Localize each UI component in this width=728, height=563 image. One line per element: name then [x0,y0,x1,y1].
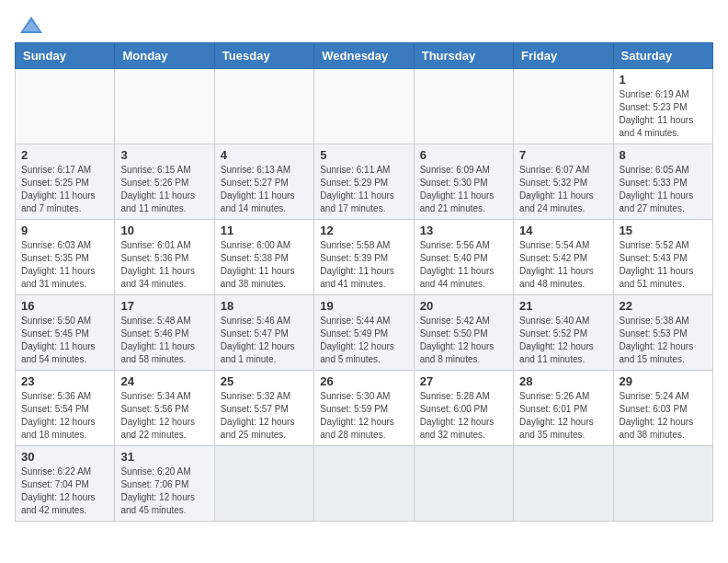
day-number: 22 [620,299,707,313]
calendar-table: SundayMondayTuesdayWednesdayThursdayFrid… [15,42,713,522]
day-info: Sunrise: 6:11 AM Sunset: 5:29 PM Dayligh… [320,164,407,215]
calendar-day-cell: 23Sunrise: 5:36 AM Sunset: 5:54 PM Dayli… [16,371,115,446]
calendar-day-cell: 15Sunrise: 5:52 AM Sunset: 5:43 PM Dayli… [613,220,712,295]
calendar-day-cell: 5Sunrise: 6:11 AM Sunset: 5:29 PM Daylig… [314,144,414,220]
calendar-day-cell: 24Sunrise: 5:34 AM Sunset: 5:56 PM Dayli… [115,371,214,446]
calendar-day-cell [214,69,313,144]
day-number: 1 [620,73,707,86]
day-info: Sunrise: 5:48 AM Sunset: 5:46 PM Dayligh… [120,315,208,366]
day-info: Sunrise: 6:00 AM Sunset: 5:38 PM Dayligh… [221,239,308,291]
calendar-header-row: SundayMondayTuesdayWednesdayThursdayFrid… [16,43,713,69]
logo [15,15,44,35]
day-info: Sunrise: 6:01 AM Sunset: 5:36 PM Dayligh… [120,239,208,291]
calendar-week-row: 30Sunrise: 6:22 AM Sunset: 7:04 PM Dayli… [16,446,713,522]
weekday-header: Sunday [16,43,115,69]
day-info: Sunrise: 5:54 AM Sunset: 5:42 PM Dayligh… [519,239,607,291]
day-info: Sunrise: 6:17 AM Sunset: 5:25 PM Dayligh… [21,164,108,215]
day-number: 29 [620,374,707,388]
calendar-day-cell: 11Sunrise: 6:00 AM Sunset: 5:38 PM Dayli… [214,220,313,295]
day-number: 25 [221,374,308,388]
day-number: 17 [120,299,208,313]
day-info: Sunrise: 5:46 AM Sunset: 5:47 PM Dayligh… [221,315,308,366]
day-info: Sunrise: 6:22 AM Sunset: 7:04 PM Dayligh… [21,465,108,517]
calendar-day-cell [414,446,513,522]
calendar-day-cell [16,69,115,144]
calendar-day-cell: 20Sunrise: 5:42 AM Sunset: 5:50 PM Dayli… [414,295,513,371]
day-info: Sunrise: 5:50 AM Sunset: 5:45 PM Dayligh… [21,315,108,366]
weekday-header: Tuesday [214,43,313,69]
day-number: 24 [120,374,208,388]
calendar-day-cell [115,69,214,144]
day-info: Sunrise: 5:32 AM Sunset: 5:57 PM Dayligh… [221,390,308,442]
weekday-header: Saturday [613,43,712,69]
calendar-day-cell: 4Sunrise: 6:13 AM Sunset: 5:27 PM Daylig… [214,144,313,220]
day-info: Sunrise: 6:07 AM Sunset: 5:32 PM Dayligh… [519,164,607,215]
calendar-day-cell: 12Sunrise: 5:58 AM Sunset: 5:39 PM Dayli… [314,220,414,295]
calendar-week-row: 2Sunrise: 6:17 AM Sunset: 5:25 PM Daylig… [16,144,713,220]
calendar-day-cell: 31Sunrise: 6:20 AM Sunset: 7:06 PM Dayli… [115,446,214,522]
day-number: 5 [320,148,407,162]
day-number: 20 [420,299,507,313]
calendar-day-cell: 3Sunrise: 6:15 AM Sunset: 5:26 PM Daylig… [115,144,214,220]
calendar-day-cell: 1Sunrise: 6:19 AM Sunset: 5:23 PM Daylig… [613,69,712,144]
calendar-day-cell: 7Sunrise: 6:07 AM Sunset: 5:32 PM Daylig… [514,144,613,220]
day-info: Sunrise: 5:38 AM Sunset: 5:53 PM Dayligh… [620,315,707,366]
day-number: 21 [519,299,607,313]
day-info: Sunrise: 5:56 AM Sunset: 5:40 PM Dayligh… [420,239,507,291]
calendar-day-cell: 10Sunrise: 6:01 AM Sunset: 5:36 PM Dayli… [115,220,214,295]
weekday-header: Monday [115,43,214,69]
day-info: Sunrise: 5:24 AM Sunset: 6:03 PM Dayligh… [620,390,707,442]
calendar-day-cell: 22Sunrise: 5:38 AM Sunset: 5:53 PM Dayli… [613,295,712,371]
day-number: 13 [420,224,507,237]
day-info: Sunrise: 6:03 AM Sunset: 5:35 PM Dayligh… [21,239,108,291]
logo-icon [18,15,44,35]
day-info: Sunrise: 6:09 AM Sunset: 5:30 PM Dayligh… [420,164,507,215]
day-number: 3 [120,148,208,162]
day-number: 16 [21,299,108,313]
calendar-day-cell: 2Sunrise: 6:17 AM Sunset: 5:25 PM Daylig… [16,144,115,220]
calendar-day-cell: 17Sunrise: 5:48 AM Sunset: 5:46 PM Dayli… [115,295,214,371]
day-info: Sunrise: 6:05 AM Sunset: 5:33 PM Dayligh… [620,164,707,215]
page-header [15,15,713,35]
calendar-day-cell: 26Sunrise: 5:30 AM Sunset: 5:59 PM Dayli… [314,371,414,446]
calendar-day-cell [613,446,712,522]
day-number: 6 [420,148,507,162]
day-info: Sunrise: 5:28 AM Sunset: 6:00 PM Dayligh… [420,390,507,442]
calendar-day-cell: 8Sunrise: 6:05 AM Sunset: 5:33 PM Daylig… [613,144,712,220]
day-info: Sunrise: 5:40 AM Sunset: 5:52 PM Dayligh… [519,315,607,366]
day-number: 30 [21,450,108,464]
calendar-day-cell [314,446,414,522]
calendar-day-cell [514,69,613,144]
day-info: Sunrise: 5:30 AM Sunset: 5:59 PM Dayligh… [320,390,407,442]
calendar-day-cell: 28Sunrise: 5:26 AM Sunset: 6:01 PM Dayli… [514,371,613,446]
day-number: 12 [320,224,407,237]
calendar-day-cell: 29Sunrise: 5:24 AM Sunset: 6:03 PM Dayli… [613,371,712,446]
weekday-header: Friday [514,43,613,69]
day-info: Sunrise: 6:13 AM Sunset: 5:27 PM Dayligh… [221,164,308,215]
calendar-day-cell: 14Sunrise: 5:54 AM Sunset: 5:42 PM Dayli… [514,220,613,295]
day-info: Sunrise: 5:34 AM Sunset: 5:56 PM Dayligh… [120,390,208,442]
day-number: 2 [21,148,108,162]
day-number: 8 [620,148,707,162]
calendar-day-cell: 16Sunrise: 5:50 AM Sunset: 5:45 PM Dayli… [16,295,115,371]
day-info: Sunrise: 5:42 AM Sunset: 5:50 PM Dayligh… [420,315,507,366]
day-info: Sunrise: 5:52 AM Sunset: 5:43 PM Dayligh… [620,239,707,291]
calendar-week-row: 1Sunrise: 6:19 AM Sunset: 5:23 PM Daylig… [16,69,713,144]
calendar-day-cell: 19Sunrise: 5:44 AM Sunset: 5:49 PM Dayli… [314,295,414,371]
day-number: 9 [21,224,108,237]
calendar-day-cell: 21Sunrise: 5:40 AM Sunset: 5:52 PM Dayli… [514,295,613,371]
day-number: 11 [221,224,308,237]
calendar-day-cell: 30Sunrise: 6:22 AM Sunset: 7:04 PM Dayli… [16,446,115,522]
day-number: 18 [221,299,308,313]
day-number: 23 [21,374,108,388]
calendar-day-cell: 27Sunrise: 5:28 AM Sunset: 6:00 PM Dayli… [414,371,513,446]
calendar-day-cell: 13Sunrise: 5:56 AM Sunset: 5:40 PM Dayli… [414,220,513,295]
day-number: 4 [221,148,308,162]
day-info: Sunrise: 6:19 AM Sunset: 5:23 PM Dayligh… [620,88,707,140]
calendar-day-cell [514,446,613,522]
day-info: Sunrise: 5:44 AM Sunset: 5:49 PM Dayligh… [320,315,407,366]
day-number: 15 [620,224,707,237]
calendar-week-row: 9Sunrise: 6:03 AM Sunset: 5:35 PM Daylig… [16,220,713,295]
calendar-week-row: 16Sunrise: 5:50 AM Sunset: 5:45 PM Dayli… [16,295,713,371]
calendar-day-cell: 18Sunrise: 5:46 AM Sunset: 5:47 PM Dayli… [214,295,313,371]
